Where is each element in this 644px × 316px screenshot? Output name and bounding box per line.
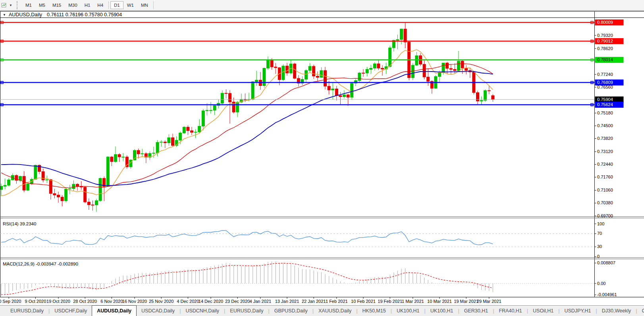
- chart-tab-AUDUSD-Daily[interactable]: AUDUSD,Daily: [92, 305, 137, 316]
- svg-text:0.71760: 0.71760: [597, 174, 613, 179]
- chart-tab-EURUSD-Daily[interactable]: EURUSD,Daily: [6, 306, 48, 316]
- rsi-label: RSI(14) 39.2340: [3, 221, 36, 226]
- chart-window: ▼ AUDUSD,Daily 0.76111 0.76196 0.75780 0…: [0, 11, 644, 305]
- macd-label: MACD(12,26,9) -0.003947 -0.002890: [3, 262, 78, 266]
- svg-text:0.79012: 0.79012: [597, 39, 613, 43]
- time-axis-label: 6 Nov 2020: [100, 299, 123, 304]
- macd-axis-label: 0.008807: [597, 260, 615, 265]
- timeframe-button-D1[interactable]: D1: [110, 1, 123, 9]
- svg-text:0.75904: 0.75904: [597, 97, 613, 102]
- time-axis-label: 29 Mar 2021: [477, 299, 501, 304]
- svg-text:0.73820: 0.73820: [597, 136, 613, 141]
- ma-slow-line: [1, 71, 493, 186]
- chart-pointer-tool-icon[interactable]: [1, 2, 8, 9]
- timeframe-button-M30[interactable]: M30: [65, 1, 81, 9]
- chart-symbol-label: AUDUSD,Daily: [9, 12, 42, 17]
- chart-tab-EURUSD-Daily[interactable]: EURUSD,Daily: [225, 306, 268, 316]
- time-axis-label: 23 Dec 2020: [225, 299, 250, 304]
- chart-tab-UK100-H1[interactable]: UK100,H1: [426, 306, 458, 316]
- time-axis-label: 14 Dec 2020: [199, 299, 223, 304]
- chart-tabs-bar: EURUSD,Daily|USDCHF,DailyAUDUSD,DailyUSD…: [0, 305, 644, 316]
- chart-tab-XAUUSD-Daily[interactable]: XAUUSD,Daily: [314, 306, 356, 316]
- chart-tab-USDJPY-H1[interactable]: USDJPY,H1: [559, 306, 596, 316]
- svg-text:0.76809: 0.76809: [597, 80, 613, 85]
- svg-text:0.78014: 0.78014: [597, 57, 613, 62]
- svg-text:0.80009: 0.80009: [597, 20, 613, 25]
- chart-tab-FRA40-H1[interactable]: FRA40,H1: [494, 306, 526, 316]
- svg-text:0.74500: 0.74500: [597, 123, 613, 128]
- chart-tab-HK50-M15[interactable]: HK50,M15: [358, 306, 391, 316]
- macd-axis-label: 0.00: [597, 281, 605, 286]
- macd-axis-label: -0.004961: [597, 292, 617, 297]
- chart-tab-USDCAD-Daily[interactable]: USDCAD,Daily: [137, 306, 179, 316]
- timeframe-button-W1[interactable]: W1: [123, 1, 137, 9]
- svg-text:0.71060: 0.71060: [597, 188, 613, 192]
- timeframe-button-M15[interactable]: M15: [49, 1, 65, 9]
- chart-tab-GBPUSD-Daily[interactable]: GBPUSD,Daily: [270, 306, 312, 316]
- mt4-window: ▼ M1M5M15M30H1H4D1W1MN ▼ AUDUSD,Daily 0.…: [0, 0, 644, 316]
- timeframe-button-MN[interactable]: MN: [137, 1, 152, 9]
- chart-tab-USOil-H1[interactable]: USOil,H1: [528, 306, 558, 316]
- time-axis-label: 28 Oct 2020: [73, 299, 97, 304]
- collapse-chart-icon[interactable]: ▼: [3, 13, 6, 17]
- time-axis-label: 22 Jan 2021: [302, 299, 326, 304]
- time-axis-label: 10 Feb 2021: [351, 299, 376, 304]
- rsi-line: [1, 231, 493, 245]
- svg-text:0.72440: 0.72440: [597, 162, 613, 167]
- chart-tab-USDCNH-Daily[interactable]: USDCNH,Daily: [181, 306, 224, 316]
- timeframe-button-H4[interactable]: H4: [94, 1, 107, 9]
- toolbar-grip[interactable]: [17, 1, 19, 9]
- toolbar-separator: [153, 1, 154, 9]
- timeframe-button-H1[interactable]: H1: [81, 1, 94, 9]
- timeframe-buttons: M1M5M15M30H1H4D1W1MN: [22, 0, 155, 11]
- time-axis-label: 10 Mar 2021: [427, 299, 452, 304]
- chart-tab-UK100-H1[interactable]: UK100,H1: [392, 306, 424, 316]
- time-axis-label: 4 Dec 2020: [177, 299, 199, 304]
- time-axis-label: 25 Nov 2020: [149, 299, 174, 304]
- rsi-axis-label: 70: [597, 231, 602, 236]
- macd-signal-line: [1, 263, 493, 295]
- timeframe-button-M5[interactable]: M5: [35, 1, 49, 9]
- rsi-axis-label: 0: [597, 254, 600, 259]
- time-axis-label: 19 Mar 2021: [454, 299, 478, 304]
- svg-text:0.78620: 0.78620: [597, 46, 613, 51]
- price-chart-canvas[interactable]: 0.793200.786200.779400.772400.765600.758…: [0, 11, 644, 305]
- svg-text:0.77240: 0.77240: [597, 72, 613, 77]
- time-axis-label: 9 Oct 2020: [25, 299, 46, 304]
- rsi-axis-label: 100: [597, 221, 604, 226]
- chart-title-bar: ▼ AUDUSD,Daily 0.76111 0.76196 0.75780 0…: [3, 12, 122, 17]
- toolbar-tool-group: ▼: [0, 2, 15, 9]
- time-axis-label: 1 Mar 2021: [402, 299, 424, 304]
- svg-text:0.69700: 0.69700: [597, 213, 613, 218]
- time-axis-label: 19 Oct 2020: [46, 299, 70, 304]
- time-axis-label: 30 Sep 2020: [0, 299, 21, 304]
- candles-layer: [0, 29, 494, 205]
- time-axis-label: 1 Feb 2021: [326, 299, 348, 304]
- time-axis-label: 13 Jan 2021: [275, 299, 299, 304]
- timeframe-button-M1[interactable]: M1: [22, 1, 35, 9]
- chart-tab-CHINA300-H1[interactable]: CHINA300,H1: [637, 306, 644, 316]
- time-axis-label: 4 Jan 2021: [250, 299, 271, 304]
- toolbar-separator: [108, 1, 109, 9]
- chart-tab-DJ30-Weekly[interactable]: DJ30,Weekly: [597, 306, 636, 316]
- chart-ohlc-readout: 0.76111 0.76196 0.75780 0.75904: [47, 12, 122, 17]
- rsi-axis-label: 30: [597, 244, 602, 249]
- chart-tab-GER30-H1[interactable]: GER30,H1: [459, 306, 493, 316]
- chart-tab-USDCHF-Daily[interactable]: USDCHF,Daily: [50, 306, 92, 316]
- time-axis-label: 19 Feb 2021: [378, 299, 402, 304]
- svg-text:0.73120: 0.73120: [597, 149, 613, 154]
- svg-text:0.79320: 0.79320: [597, 33, 613, 38]
- svg-text:0.75180: 0.75180: [597, 111, 613, 115]
- svg-text:0.75624: 0.75624: [597, 102, 613, 107]
- toolbar: ▼ M1M5M15M30H1H4D1W1MN: [0, 0, 644, 11]
- current-price-label: 0.75904: [595, 97, 624, 103]
- chart-tool-dropdown-caret-icon[interactable]: ▼: [8, 4, 13, 7]
- svg-text:0.70380: 0.70380: [597, 200, 613, 205]
- time-axis-label: 16 Nov 2020: [122, 299, 147, 304]
- time-axis[interactable]: 30 Sep 20209 Oct 202019 Oct 202028 Oct 2…: [0, 299, 501, 304]
